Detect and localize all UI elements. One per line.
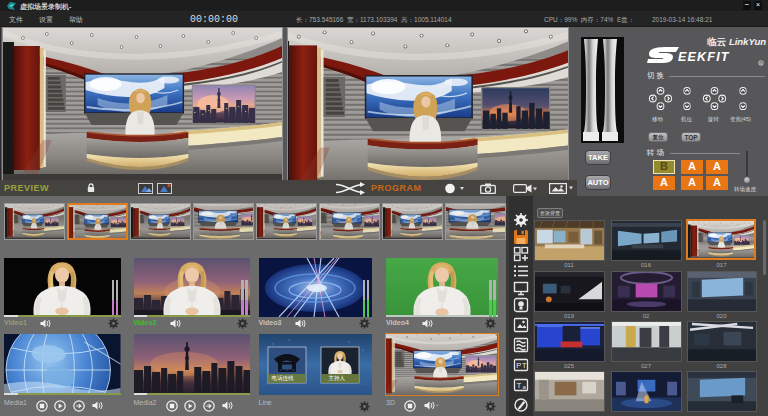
svg-text:T: T: [517, 381, 522, 390]
svg-text:P: P: [516, 361, 521, 370]
svg-text:T: T: [522, 361, 527, 370]
svg-text:R: R: [760, 62, 763, 66]
svg-text:a: a: [523, 384, 527, 390]
svg-text:EEKFIT: EEKFIT: [678, 50, 730, 64]
